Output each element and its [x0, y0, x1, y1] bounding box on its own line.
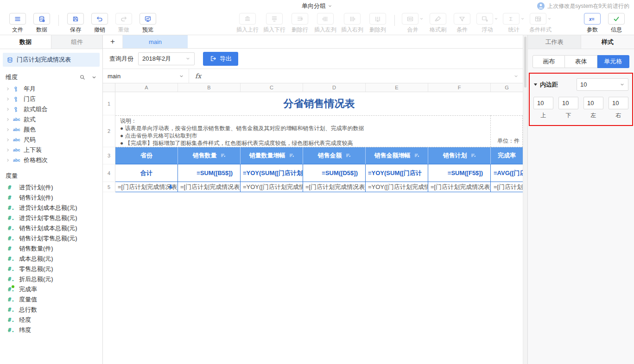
cell-formula[interactable]: =SUM([F5$]): [428, 164, 491, 182]
measure-item[interactable]: #.度量值: [0, 295, 102, 305]
column-header-c[interactable]: C: [241, 83, 303, 92]
cell-report-title[interactable]: 分省销售情况表: [115, 92, 523, 115]
measure-item[interactable]: #.进货计划成本总额(元): [0, 203, 102, 213]
padding-preset-select[interactable]: 10: [577, 78, 628, 91]
chevron-right-icon[interactable]: [6, 128, 11, 132]
column-header-d[interactable]: D: [303, 83, 366, 92]
parameter-button[interactable]: x= 参数: [583, 13, 602, 34]
column-header-b[interactable]: B: [178, 83, 241, 92]
padding-right-input[interactable]: 10: [609, 97, 628, 109]
vertical-scrollbar[interactable]: [523, 35, 527, 364]
dimension-item[interactable]: 年月: [0, 84, 102, 94]
chevron-down-icon[interactable]: [91, 75, 97, 80]
table-header-sales-qty[interactable]: 销售数量: [178, 147, 241, 164]
segment-canvas[interactable]: 画布: [533, 55, 565, 68]
measure-item[interactable]: #.进货计划零售总额(元): [0, 213, 102, 223]
sheet-tab-main[interactable]: main: [123, 35, 188, 48]
undo-button[interactable]: 撤销: [90, 13, 109, 34]
column-header-g[interactable]: G: [491, 83, 523, 92]
segment-cell[interactable]: 单元格: [597, 55, 629, 68]
segment-table-body[interactable]: 表体: [565, 55, 597, 68]
dimension-item[interactable]: 门店: [0, 94, 102, 104]
search-icon[interactable]: [79, 74, 86, 81]
dimension-item[interactable]: abc 上下装: [0, 145, 102, 155]
tab-style[interactable]: 样式: [581, 35, 634, 49]
query-month-select[interactable]: 2018年2月: [138, 52, 195, 65]
insert-row-above-button[interactable]: 插入上行: [236, 13, 259, 34]
delete-row-button[interactable]: 删除行: [290, 13, 310, 34]
cell-total-label[interactable]: 合计: [115, 164, 178, 182]
delete-col-button[interactable]: 删除列: [368, 13, 387, 34]
table-header-amount-growth[interactable]: 销售金额增幅: [366, 147, 428, 164]
sort-icon[interactable]: [470, 153, 476, 158]
cell-formula[interactable]: =YOY(SUM([门店计划: [241, 164, 303, 182]
insert-row-below-button[interactable]: 插入下行: [263, 13, 285, 34]
format-painter-button[interactable]: 格式刷: [428, 13, 448, 34]
cell-unit[interactable]: 单位：件: [491, 115, 523, 147]
cell-formula[interactable]: =YOY([门店计划完成情: [241, 182, 303, 192]
condition-button[interactable]: 条件: [452, 13, 472, 34]
data-button[interactable]: 数据: [32, 13, 51, 34]
cell-formula[interactable]: =YOY(SUM([门店计: [366, 164, 428, 182]
table-header-qty-growth[interactable]: 销量数量增幅: [241, 147, 303, 164]
table-header-sales-plan[interactable]: 销售计划: [428, 147, 491, 164]
cell-formula-selected[interactable]: =[门店计划完成情况表]: [115, 182, 178, 192]
export-button[interactable]: 导出: [203, 52, 238, 66]
measure-item-completion-rate[interactable]: #.完成率: [0, 284, 102, 295]
table-header-sales-amount[interactable]: 销售金额: [303, 147, 366, 164]
dimension-item[interactable]: 款式组合: [0, 104, 102, 114]
column-header-e[interactable]: E: [366, 83, 428, 92]
column-header-f[interactable]: F: [428, 83, 491, 92]
cell-formula[interactable]: =[门店计划完成情况表]: [428, 182, 491, 192]
chevron-right-icon[interactable]: [6, 107, 11, 111]
measure-item[interactable]: #.总行数: [0, 305, 102, 315]
dimension-item[interactable]: abc 尺码: [0, 135, 102, 145]
chevron-right-icon[interactable]: [6, 158, 11, 162]
cell-formula[interactable]: =[门店计划完成情况表]: [303, 182, 366, 192]
insert-col-right-button[interactable]: 插入右列: [341, 13, 363, 34]
cell-formula[interactable]: =AVG([门店: [491, 164, 523, 182]
grid-corner[interactable]: [103, 83, 115, 92]
measure-item[interactable]: #.经度: [0, 315, 102, 325]
stats-button[interactable]: Σ 统计: [503, 13, 525, 34]
measure-item[interactable]: #销售数量(件): [0, 244, 102, 254]
dataset-item[interactable]: 门店计划完成情况表: [3, 53, 100, 67]
measure-item[interactable]: #.成本总额(元): [0, 254, 102, 264]
formula-input[interactable]: [207, 69, 509, 83]
cell-formula[interactable]: =[门店计划完成情况表]: [178, 182, 241, 192]
cell-selector-dropdown[interactable]: main: [103, 69, 189, 83]
row-number[interactable]: 4: [103, 164, 115, 182]
save-button[interactable]: 保存: [66, 13, 85, 34]
redo-button[interactable]: 重做: [114, 13, 133, 34]
table-header-province[interactable]: 省份: [115, 147, 178, 164]
measure-item[interactable]: #.销售计划成本总额(元): [0, 223, 102, 233]
cell-formula[interactable]: =YOY([门店计划完成情: [366, 182, 428, 192]
add-sheet-button[interactable]: +: [103, 35, 123, 48]
dimension-item[interactable]: abc 款式: [0, 114, 102, 125]
preview-button[interactable]: 预览: [138, 13, 158, 34]
merge-button[interactable]: 合并: [402, 13, 424, 34]
cell-notes[interactable]: 说明： ● 该表是单向浮动表，按省分组显示销售数量、销售金额及其对应的增幅和销售…: [115, 115, 491, 147]
report-title-dropdown[interactable]: 单向分组: [302, 0, 332, 12]
dimension-item[interactable]: abc 颜色: [0, 125, 102, 135]
float-button[interactable]: 浮动: [476, 13, 498, 34]
sort-icon[interactable]: [289, 153, 294, 158]
measure-item[interactable]: #.纬度: [0, 325, 102, 335]
cell-formula[interactable]: =SUM([B5$]): [178, 164, 241, 182]
scrollbar-thumb[interactable]: [524, 37, 526, 88]
padding-left-input[interactable]: 10: [583, 97, 603, 109]
sort-icon[interactable]: [345, 153, 351, 158]
row-number[interactable]: 3: [103, 147, 115, 164]
chevron-right-icon[interactable]: [6, 138, 11, 142]
row-number[interactable]: 5: [103, 182, 115, 192]
tab-component[interactable]: 组件: [51, 35, 102, 49]
tab-data[interactable]: 数据: [0, 35, 51, 49]
conditional-style-button[interactable]: 条件样式: [529, 13, 552, 34]
column-header-a[interactable]: A: [115, 83, 178, 92]
chevron-right-icon[interactable]: [6, 148, 11, 152]
dimension-item[interactable]: abc 价格档次: [0, 155, 102, 165]
chevron-right-icon[interactable]: [6, 87, 11, 91]
triangle-collapse-icon[interactable]: [533, 82, 538, 87]
measure-item[interactable]: #.零售总额(元): [0, 264, 102, 274]
chevron-down-icon[interactable]: [509, 74, 523, 79]
